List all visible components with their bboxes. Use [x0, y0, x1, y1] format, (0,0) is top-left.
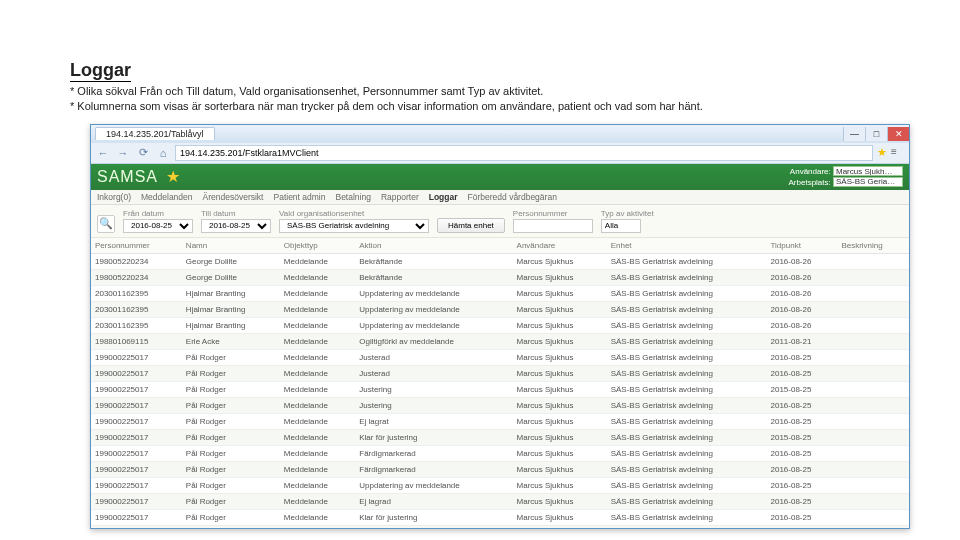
table-row[interactable]: 198801069115Erle AckeMeddelandeOgiltigfö… — [91, 333, 909, 349]
table-cell — [837, 285, 909, 301]
app-header: SAMSA ★ Användare: Arbetsplats: — [91, 164, 909, 190]
to-date-select[interactable]: 2016-08-25 — [201, 219, 271, 233]
table-cell: Klar för justering — [355, 429, 512, 445]
table-cell: 2016-08-26 — [766, 317, 837, 333]
table-row[interactable]: 199000225017Pål RodgerMeddelandeEj lagra… — [91, 413, 909, 429]
table-cell: Meddelande — [280, 333, 355, 349]
bookmark-star-icon[interactable]: ★ — [877, 146, 887, 159]
table-row[interactable]: 203001162395Hjalmar BrantingMeddelandeUp… — [91, 301, 909, 317]
table-cell: Bekräftande — [355, 253, 512, 269]
menu-item-rapporter[interactable]: Rapporter — [381, 192, 419, 202]
col-personnummer[interactable]: Personnummer — [91, 238, 182, 254]
table-cell: 2016-08-26 — [766, 253, 837, 269]
browser-window: 194.14.235.201/Tablåvyl — □ ✕ ← → ⟳ ⌂ ★ … — [90, 124, 910, 529]
table-cell: Klar för justering — [355, 509, 512, 525]
search-icon[interactable]: 🔍 — [97, 215, 115, 233]
menu-item-f-rberedd-v-rdbeg-ran[interactable]: Förberedd vårdbegäran — [468, 192, 557, 202]
app-menubar: Inkorg(0)MeddelandenÄrendesöversiktPatie… — [91, 190, 909, 205]
table-row[interactable]: 199000225017Pål RodgerMeddelandeUppdater… — [91, 477, 909, 493]
table-cell: Meddelande — [280, 493, 355, 509]
org-select[interactable]: SÄS-BS Geriatrisk avdelning — [279, 219, 429, 233]
user-field[interactable] — [833, 166, 903, 176]
window-buttons: — □ ✕ — [843, 127, 909, 141]
col-objekttyp[interactable]: Objekttyp — [280, 238, 355, 254]
menu-item-inkorg-0-[interactable]: Inkorg(0) — [97, 192, 131, 202]
menu-item-patient-admin[interactable]: Patient admin — [273, 192, 325, 202]
to-date-label: Till datum — [201, 209, 271, 218]
col-beskrivning[interactable]: Beskrivning — [837, 238, 909, 254]
table-row[interactable]: 199000225017Pål RodgerMeddelandeKlar för… — [91, 509, 909, 525]
table-cell: SÄS-BS Geriatrisk avdelning — [607, 509, 767, 525]
back-icon[interactable]: ← — [95, 145, 111, 161]
fetch-unit-button[interactable]: Hämta enhet — [437, 218, 505, 233]
activity-type-input[interactable] — [601, 219, 641, 233]
table-cell: 2016-08-25 — [766, 365, 837, 381]
url-input[interactable] — [175, 145, 873, 161]
home-icon[interactable]: ⌂ — [155, 145, 171, 161]
col-namn[interactable]: Namn — [182, 238, 280, 254]
col-tidpunkt[interactable]: Tidpunkt — [766, 238, 837, 254]
pnr-input[interactable] — [513, 219, 593, 233]
table-cell: George Dolilte — [182, 269, 280, 285]
table-cell: Meddelande — [280, 477, 355, 493]
forward-icon[interactable]: → — [115, 145, 131, 161]
browser-tab[interactable]: 194.14.235.201/Tablåvyl — [95, 127, 215, 140]
menu-item-loggar[interactable]: Loggar — [429, 192, 458, 202]
table-cell: Meddelande — [280, 285, 355, 301]
col-användare[interactable]: Användare — [513, 238, 607, 254]
table-cell: Uppdatering av meddelande — [355, 317, 512, 333]
table-row[interactable]: 199000225017Pål RodgerMeddelandeFärdigma… — [91, 525, 909, 528]
table-cell: Pål Rodger — [182, 477, 280, 493]
app-brand: SAMSA — [97, 168, 158, 186]
table-row[interactable]: 199000225017Pål RodgerMeddelandeFärdigma… — [91, 445, 909, 461]
table-row[interactable]: 199000225017Pål RodgerMeddelandeJusterin… — [91, 381, 909, 397]
table-cell: Hjalmar Branting — [182, 301, 280, 317]
table-row[interactable]: 198005220234George DolilteMeddelandeBekr… — [91, 253, 909, 269]
table-cell: Marcus Sjukhus — [513, 461, 607, 477]
table-cell: Justerad — [355, 365, 512, 381]
table-cell: 203001162395 — [91, 285, 182, 301]
maximize-button[interactable]: □ — [865, 127, 887, 141]
from-date-label: Från datum — [123, 209, 193, 218]
table-cell: SÄS-BS Geriatrisk avdelning — [607, 461, 767, 477]
table-row[interactable]: 199000225017Pål RodgerMeddelandeJusterad… — [91, 349, 909, 365]
menu-item-meddelanden[interactable]: Meddelanden — [141, 192, 193, 202]
col-enhet[interactable]: Enhet — [607, 238, 767, 254]
table-row[interactable]: 199000225017Pål RodgerMeddelandeFärdigma… — [91, 461, 909, 477]
col-aktion[interactable]: Aktion — [355, 238, 512, 254]
table-cell: Justering — [355, 397, 512, 413]
minimize-button[interactable]: — — [843, 127, 865, 141]
table-cell: 203001162395 — [91, 301, 182, 317]
table-row[interactable]: 199000225017Pål RodgerMeddelandeKlar för… — [91, 429, 909, 445]
table-cell — [837, 509, 909, 525]
favorite-star-icon[interactable]: ★ — [166, 167, 180, 186]
table-cell: Marcus Sjukhus — [513, 317, 607, 333]
table-cell: SÄS-BS Geriatrisk avdelning — [607, 397, 767, 413]
table-cell: SÄS-BS Geriatrisk avdelning — [607, 365, 767, 381]
workplace-field[interactable] — [833, 177, 903, 187]
table-cell: 199000225017 — [91, 509, 182, 525]
table-row[interactable]: 199000225017Pål RodgerMeddelandeEj lagra… — [91, 493, 909, 509]
from-date-select[interactable]: 2016-08-25 — [123, 219, 193, 233]
table-cell: Ogiltigförkl av meddelande — [355, 333, 512, 349]
table-cell: 199000225017 — [91, 349, 182, 365]
reload-icon[interactable]: ⟳ — [135, 145, 151, 161]
table-cell: Meddelande — [280, 397, 355, 413]
table-cell: 2011-08-21 — [766, 333, 837, 349]
table-row[interactable]: 198005220234George DolilteMeddelandeBekr… — [91, 269, 909, 285]
table-cell: Bekräftande — [355, 269, 512, 285]
workplace-label: Arbetsplats: — [789, 177, 831, 186]
menu-item-betalning[interactable]: Betalning — [335, 192, 370, 202]
table-cell: 199000225017 — [91, 493, 182, 509]
table-cell: Meddelande — [280, 253, 355, 269]
table-row[interactable]: 199000225017Pål RodgerMeddelandeJusterad… — [91, 365, 909, 381]
table-cell: Marcus Sjukhus — [513, 365, 607, 381]
table-row[interactable]: 203001162395Hjalmar BrantingMeddelandeUp… — [91, 317, 909, 333]
close-button[interactable]: ✕ — [887, 127, 909, 141]
table-cell: Pål Rodger — [182, 381, 280, 397]
menu-item--rendes-versikt[interactable]: Ärendesöversikt — [203, 192, 264, 202]
table-row[interactable]: 203001162395Hjalmar BrantingMeddelandeUp… — [91, 285, 909, 301]
table-cell: SÄS-BS Geriatrisk avdelning — [607, 349, 767, 365]
menu-icon[interactable]: ≡ — [891, 146, 905, 160]
table-row[interactable]: 199000225017Pål RodgerMeddelandeJusterin… — [91, 397, 909, 413]
